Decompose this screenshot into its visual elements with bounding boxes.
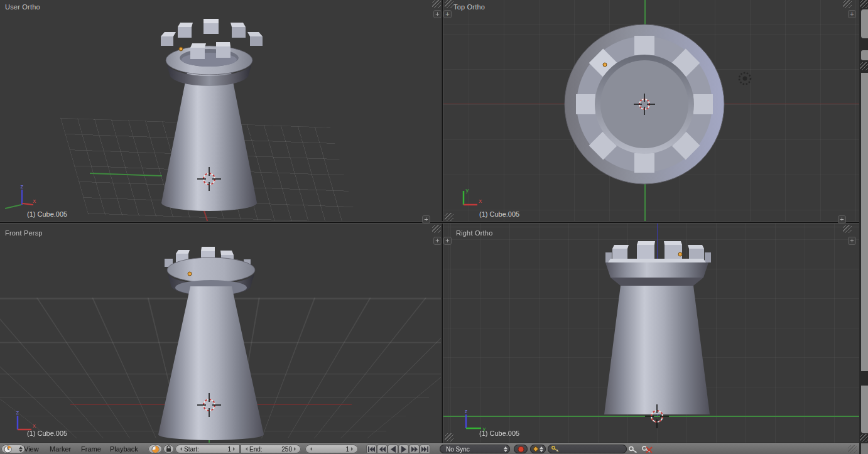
menu-view[interactable]: View [24, 444, 39, 454]
area-corner-grip[interactable] [445, 0, 453, 8]
lock-icon [165, 445, 172, 453]
axis-label-x: x [33, 423, 36, 429]
clock-pie-icon [151, 445, 160, 453]
object-origin-dot [188, 272, 192, 276]
frame-start-value: 1 [227, 446, 231, 453]
rook-object[interactable] [443, 224, 859, 443]
axis-label-z: z [464, 408, 467, 414]
next-keyframe-button[interactable] [409, 445, 420, 454]
expand-region-plus-icon[interactable]: + [433, 10, 442, 18]
expand-region-plus-icon[interactable]: + [848, 237, 856, 245]
key-x-icon [642, 445, 653, 453]
panel-edge [861, 386, 868, 433]
menu-marker[interactable]: Marker [50, 444, 71, 454]
object-name-label: (1) Cube.005 [479, 430, 519, 437]
play-reverse-button[interactable] [388, 445, 398, 454]
view-name-label: Right Ortho [456, 229, 492, 237]
increment-arrow-icon[interactable] [351, 447, 355, 451]
jump-to-end-button[interactable] [420, 445, 430, 454]
object-origin-dot [179, 47, 183, 51]
axis-label-z: z [16, 409, 19, 416]
rook-object[interactable] [0, 0, 441, 221]
area-corner-grip[interactable] [843, 0, 852, 8]
editor-type-selector[interactable] [1, 445, 25, 453]
area-corner-grip[interactable] [445, 433, 453, 441]
lock-frame-toggle[interactable] [163, 445, 174, 453]
jump-to-end-icon [421, 446, 428, 452]
object-name-label: (1) Cube.005 [27, 210, 67, 218]
increment-arrow-icon[interactable] [294, 447, 298, 451]
dropdown-arrows-icon [540, 446, 543, 452]
expand-region-plus-icon[interactable]: + [433, 237, 442, 245]
play-button[interactable] [398, 445, 409, 454]
increment-arrow-icon[interactable] [233, 447, 237, 451]
current-frame-field[interactable]: 1 [305, 445, 358, 453]
axis-label-z: z [20, 183, 23, 190]
decrement-arrow-icon[interactable] [308, 447, 312, 451]
viewport-front-persp[interactable]: z x Front Persp (1) Cube.005 [0, 224, 441, 443]
menu-frame[interactable]: Frame [81, 444, 101, 454]
axis-gizmo: z x [5, 183, 38, 212]
insert-keyframe-button[interactable] [627, 445, 639, 454]
diamond-icon [533, 446, 539, 452]
object-origin-dot [678, 252, 682, 256]
area-corner-grip[interactable] [860, 0, 868, 8]
viewport-user-ortho[interactable]: z x User Ortho (1) Cube.005 [0, 0, 441, 221]
current-frame-value: 1 [345, 446, 349, 453]
sync-mode-dropdown[interactable]: No Sync [440, 445, 510, 453]
menu-playback[interactable]: Playback [110, 444, 138, 454]
object-origin-dot [603, 63, 607, 67]
adjacent-editor-edge [859, 0, 868, 454]
object-name-label: (1) Cube.005 [27, 430, 67, 437]
frame-end-value: 250 [281, 446, 292, 453]
previous-keyframe-button[interactable] [377, 445, 388, 454]
axis-label-y: y [465, 187, 469, 193]
sync-mode-value: No Sync [446, 446, 470, 453]
delete-keyframe-button[interactable] [640, 445, 654, 454]
jump-to-start-icon [368, 446, 375, 452]
panel-edge [861, 9, 868, 38]
expand-region-plus-icon[interactable]: + [443, 237, 452, 245]
panel-edge [861, 50, 868, 60]
dropdown-arrows-icon [504, 446, 507, 452]
expand-region-plus-icon[interactable]: + [838, 215, 846, 224]
frame-end-field[interactable]: End: 250 [241, 445, 301, 453]
rook-object[interactable] [0, 224, 441, 443]
frame-end-label: End: [249, 446, 263, 453]
area-corner-grip[interactable] [860, 434, 868, 442]
axis-label-x: x [33, 198, 36, 204]
panel-edge [861, 443, 868, 454]
decrement-arrow-icon[interactable] [244, 447, 247, 451]
viewport-top-ortho[interactable]: y x Top Ortho (1) Cube.005 [443, 0, 859, 221]
keying-set-selector[interactable] [530, 445, 546, 453]
rook-object[interactable] [443, 0, 859, 221]
area-corner-grip[interactable] [860, 62, 868, 70]
viewport-right-ortho[interactable]: z y Right Ortho (1) Cube.005 [443, 224, 859, 443]
axis-gizmo: y x [457, 186, 490, 211]
expand-region-plus-icon[interactable]: + [848, 10, 856, 18]
area-corner-grip[interactable] [445, 213, 453, 221]
decrement-arrow-icon[interactable] [178, 447, 182, 451]
expand-region-plus-icon[interactable]: + [443, 10, 452, 18]
frame-start-label: Start: [184, 446, 199, 453]
clock-icon [4, 445, 12, 453]
next-keyframe-icon [411, 446, 418, 452]
play-reverse-icon [391, 446, 396, 453]
preview-range-toggle[interactable] [148, 445, 162, 453]
active-keying-set-field[interactable] [548, 445, 627, 453]
panel-edge [861, 73, 868, 371]
jump-to-start-button[interactable] [366, 445, 377, 454]
axis-label-x: x [479, 198, 482, 204]
area-corner-grip[interactable] [432, 225, 441, 233]
key-icon [629, 446, 637, 453]
area-corner-grip[interactable] [843, 225, 852, 233]
timeline-header: View Marker Frame Playback Start: 1 End:… [0, 443, 859, 454]
record-dot-icon [518, 446, 524, 453]
header-corner-grip[interactable] [848, 445, 857, 453]
auto-keyframe-record-button[interactable] [514, 445, 528, 453]
play-icon [401, 446, 406, 453]
frame-start-field[interactable]: Start: 1 [175, 445, 240, 453]
expand-region-plus-icon[interactable]: + [422, 215, 430, 224]
key-tool-icon [551, 445, 560, 453]
area-corner-grip[interactable] [432, 0, 441, 8]
